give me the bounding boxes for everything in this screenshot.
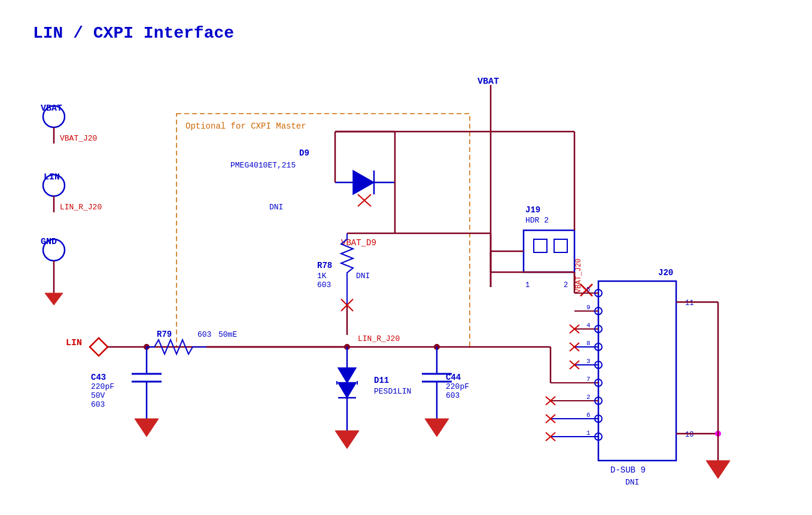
optional-text: Optional for CXPI Master [185, 121, 306, 131]
j20-pin1-label: 1 [586, 429, 591, 437]
optional-box [177, 114, 470, 347]
c44-pkg: 603 [446, 391, 460, 400]
r79-pkg: 603 [197, 330, 211, 339]
j19-ref: J19 [525, 205, 540, 215]
j20-pin6-label: 6 [586, 412, 591, 419]
j20-pin8-label: 8 [586, 340, 591, 347]
lin-r-j20-left-label: LIN_R_J20 [60, 203, 102, 212]
lin-net-label: LIN [66, 338, 82, 348]
d11-bottom-triangle [338, 383, 356, 398]
j20-pin5-label: 5 [586, 286, 591, 293]
c43-val: 220pF [91, 382, 114, 391]
c43-v: 50V [91, 391, 105, 400]
j20-pin3-label: 3 [586, 358, 591, 365]
c44-gnd-symbol [425, 419, 449, 437]
j19-pin1: 1 [525, 281, 530, 290]
r78-dni: DNI [356, 272, 370, 281]
j20-body [598, 281, 676, 461]
j20-dni: DNI [625, 478, 639, 487]
c43-gnd-symbol [135, 419, 159, 437]
r78-pkg: 603 [317, 281, 331, 290]
c43-ref: C43 [91, 373, 106, 382]
j20-right-gnd [706, 461, 730, 479]
vbat-top-label: VBAT [478, 77, 499, 87]
svg-rect-41 [534, 239, 547, 252]
r78-val: 1K [317, 272, 327, 281]
d11-part: PESD1LIN [374, 387, 411, 396]
gnd-left-label: GND [41, 237, 57, 247]
svg-rect-42 [554, 239, 567, 252]
j20-part: D-SUB 9 [610, 465, 646, 475]
j19-part: HDR 2 [525, 216, 549, 225]
c43-pkg: 603 [91, 400, 105, 409]
d11-ref: D11 [374, 376, 389, 385]
r79-ref: R79 [157, 330, 172, 339]
j20-pin10-label: 10 [685, 431, 694, 439]
j20-pin11-label: 11 [685, 299, 694, 307]
vbat-j20-left-label: VBAT_J20 [60, 134, 97, 143]
j20-ref: J20 [658, 268, 673, 278]
d9-symbol [353, 170, 374, 194]
gnd-left-symbol [45, 293, 63, 305]
vbat-j20-j19-label: VBAT_J20 [574, 258, 583, 293]
d11-top-triangle [338, 368, 356, 383]
r79-val: 50mE [218, 330, 237, 339]
d11-gnd-symbol [335, 431, 359, 449]
c44-val: 220pF [446, 382, 469, 391]
d9-part: PMEG4010ET,215 [230, 161, 296, 170]
j20-pin4-label: 4 [586, 322, 591, 329]
d9-dni: DNI [269, 203, 283, 212]
r78-ref: R78 [317, 261, 332, 270]
schematic-canvas: LIN / CXPI Interface VBAT VBAT_J20 LIN L… [0, 0, 812, 515]
lin-left-label: LIN [44, 172, 60, 182]
j20-pin2-label: 2 [586, 394, 591, 401]
lin-diamond [90, 338, 108, 356]
j20-pin7-label: 7 [586, 376, 591, 383]
d9-ref: D9 [299, 148, 309, 158]
lin-r-j20-net-label: LIN_R_J20 [358, 334, 400, 343]
j20-pin9-label: 9 [586, 304, 591, 311]
vbat-left-label: VBAT [41, 103, 62, 114]
j19-pin2: 2 [564, 281, 568, 290]
